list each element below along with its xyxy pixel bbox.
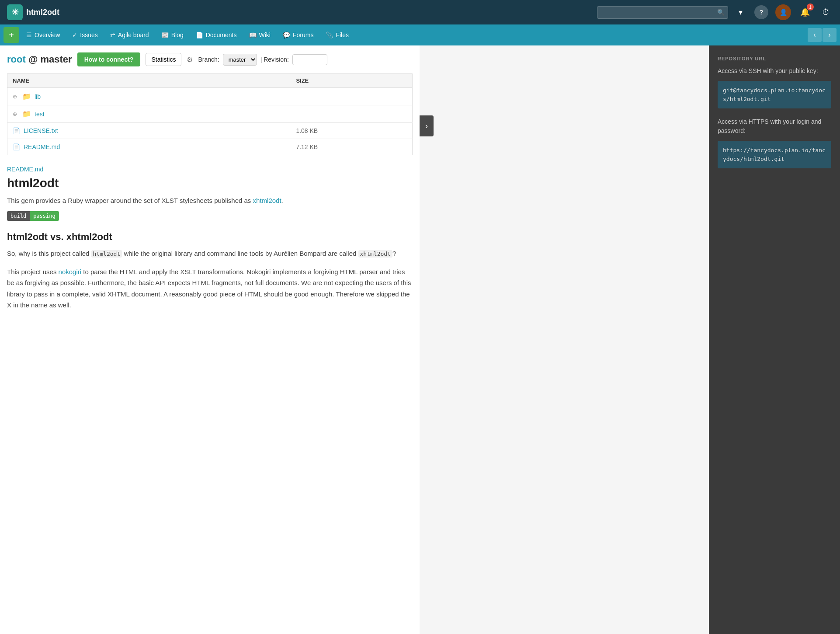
agile-icon: ⇄ [110, 31, 115, 38]
search-icon: 🔍 [717, 9, 725, 16]
folder-test-link[interactable]: ⊕ 📁 test [13, 110, 285, 118]
app-name: html2odt [26, 8, 59, 17]
main-layout: root @ master How to connect? Statistics… [0, 45, 840, 634]
clock-icon: ⏱ [822, 8, 830, 17]
section2-title: html2odt vs. xhtml2odt [7, 231, 413, 243]
nokogiri-link[interactable]: nokogiri [59, 268, 82, 275]
overview-icon: ☰ [26, 31, 32, 38]
sub-navigation: + ☰ Overview ✓ Issues ⇄ Agile board 📰 Bl… [0, 24, 840, 45]
readme-section: README.md html2odt This gem provides a R… [7, 166, 413, 311]
file-icon: 📄 [13, 127, 20, 134]
help-button[interactable]: ? [754, 5, 768, 19]
statistics-button[interactable]: Statistics [146, 53, 181, 66]
nav-documents[interactable]: 📄 Documents [191, 28, 242, 42]
sidebar-section-title: REPOSITORY URL [718, 56, 831, 61]
https-url[interactable]: https://fancydocs.plan.io/fancydocs/html… [718, 141, 831, 168]
toggle-sidebar-button[interactable]: › [420, 115, 434, 136]
notifications-button[interactable]: 🔔 1 [798, 5, 812, 19]
table-row: ⊕ 📁 test [7, 105, 413, 123]
ssh-description: Access via SSH with your public key: [718, 66, 831, 76]
revision-label: | Revision: [260, 56, 289, 63]
nav-forums[interactable]: 💬 Forums [278, 28, 319, 42]
nav-next-button[interactable]: › [823, 28, 837, 42]
file-size: 7.12 KB [291, 139, 412, 155]
build-badge: build passing [7, 211, 59, 221]
file-icon: 📄 [13, 143, 20, 150]
file-size: 1.08 KB [291, 123, 412, 139]
nav-overview[interactable]: ☰ Overview [21, 28, 65, 42]
at-symbol: @ [28, 54, 41, 65]
table-row: ⊕ 📁 lib [7, 88, 413, 105]
xhtml2odt-link[interactable]: xhtml2odt [253, 197, 281, 204]
content-area: root @ master How to connect? Statistics… [0, 45, 420, 634]
nav-scroll-arrows: ‹ › [808, 28, 837, 42]
readme-description: This gem provides a Ruby wrapper around … [7, 195, 413, 206]
col-name-header: NAME [7, 74, 291, 88]
nav-wiki[interactable]: 📖 Wiki [244, 28, 276, 42]
https-description: Access via HTTPS with your login and pas… [718, 117, 831, 136]
dropdown-arrow[interactable]: ▾ [733, 5, 747, 19]
forums-icon: 💬 [283, 31, 290, 38]
folder-icon: 📁 [22, 92, 31, 101]
branch-section: Branch: master | Revision: [198, 54, 327, 66]
logo-icon: ✳ [7, 4, 23, 20]
branch-name: master [40, 54, 72, 65]
file-size [291, 88, 412, 105]
clock-button[interactable]: ⏱ [819, 5, 833, 19]
expand-icon: ⊕ [13, 111, 17, 117]
files-icon: 📎 [326, 31, 333, 38]
file-size [291, 105, 412, 123]
issues-icon: ✓ [72, 31, 77, 38]
content-wrapper: root @ master How to connect? Statistics… [0, 45, 709, 634]
table-row: 📄 LICENSE.txt 1.08 KB [7, 123, 413, 139]
documents-icon: 📄 [196, 31, 203, 38]
section2-para1: So, why is this project called html2odt … [7, 248, 413, 259]
sidebar: REPOSITORY URL Access via SSH with your … [709, 45, 840, 634]
readme-link[interactable]: README.md [7, 166, 413, 173]
gear-icon[interactable]: ⚙ [187, 56, 193, 64]
badge-build-label: build [7, 211, 30, 221]
table-row: 📄 README.md 7.12 KB [7, 139, 413, 155]
folder-icon: 📁 [22, 110, 31, 118]
search-input[interactable] [597, 6, 728, 19]
file-readme-link[interactable]: 📄 README.md [13, 143, 285, 150]
file-license-link[interactable]: 📄 LICENSE.txt [13, 127, 285, 134]
wiki-icon: 📖 [249, 31, 257, 38]
nav-files[interactable]: 📎 Files [320, 28, 354, 42]
code-xhtml2odt: xhtml2odt [358, 250, 392, 258]
readme-title: html2odt [7, 176, 413, 190]
col-size-header: SIZE [291, 74, 412, 88]
blog-icon: 📰 [161, 31, 169, 38]
branch-label: Branch: [198, 56, 219, 63]
connect-button[interactable]: How to connect? [77, 52, 141, 66]
top-navigation: ✳ html2odt 🔍 ▾ ? 👤 🔔 1 ⏱ [0, 0, 840, 24]
file-table: NAME SIZE ⊕ 📁 lib [7, 73, 413, 155]
branch-select[interactable]: master [223, 54, 257, 66]
root-link[interactable]: root [7, 54, 26, 65]
badge-passing-label: passing [30, 211, 59, 221]
repo-title: root @ master [7, 54, 72, 65]
expand-icon: ⊕ [13, 94, 17, 100]
add-button[interactable]: + [3, 27, 19, 43]
code-html2odt: html2odt [91, 250, 122, 258]
nav-issues[interactable]: ✓ Issues [67, 28, 103, 42]
nav-prev-button[interactable]: ‹ [808, 28, 822, 42]
app-logo[interactable]: ✳ html2odt [7, 4, 59, 20]
nav-agile-board[interactable]: ⇄ Agile board [105, 28, 154, 42]
nav-blog[interactable]: 📰 Blog [156, 28, 189, 42]
search-container: 🔍 [597, 6, 728, 19]
repo-header: root @ master How to connect? Statistics… [7, 52, 413, 66]
top-nav-icons: ▾ ? 👤 🔔 1 ⏱ [733, 4, 833, 20]
revision-input[interactable] [292, 54, 327, 65]
notification-count: 1 [807, 3, 814, 10]
section2-para2: This project uses nokogiri to parse the … [7, 266, 413, 311]
avatar[interactable]: 👤 [775, 4, 791, 20]
ssh-url[interactable]: git@fancydocs.plan.io:fancydocs/html2odt… [718, 81, 831, 108]
folder-lib-link[interactable]: ⊕ 📁 lib [13, 92, 285, 101]
